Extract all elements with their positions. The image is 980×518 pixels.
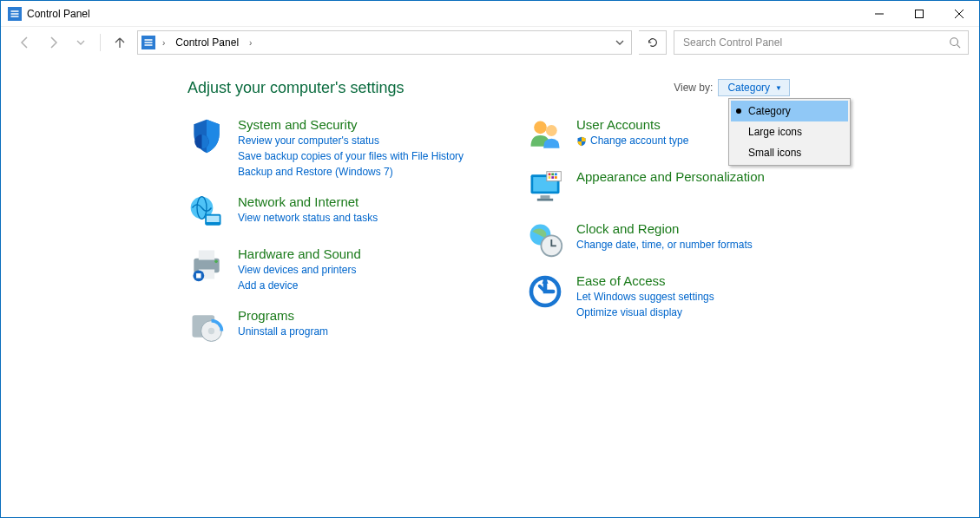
menu-item-label: Small icons	[748, 147, 801, 159]
link-uninstall-program[interactable]: Uninstall a program	[238, 324, 491, 339]
link-file-history[interactable]: Save backup copies of your files with Fi…	[238, 148, 491, 164]
users-icon	[526, 116, 564, 154]
separator	[100, 34, 101, 51]
category-title[interactable]: Programs	[238, 308, 491, 323]
svg-rect-2	[11, 13, 19, 15]
chevron-right-icon[interactable]: ›	[161, 38, 167, 48]
link-backup-restore[interactable]: Backup and Restore (Windows 7)	[238, 164, 491, 180]
monitor-appearance-icon	[526, 168, 564, 207]
minimize-button[interactable]	[859, 1, 899, 27]
view-by-selected: Category	[727, 82, 770, 94]
category-appearance-personalization: Appearance and Personalization	[526, 168, 830, 207]
back-button[interactable]	[15, 32, 36, 53]
svg-rect-3	[11, 16, 19, 17]
link-add-device[interactable]: Add a device	[238, 278, 491, 293]
caret-down-icon: ▼	[775, 84, 782, 92]
svg-rect-36	[555, 176, 557, 179]
bullet-icon	[736, 108, 741, 114]
category-ease-of-access: Ease of Access Let Windows suggest setti…	[526, 272, 830, 320]
category-title[interactable]: Clock and Region	[576, 221, 830, 236]
svg-rect-28	[541, 195, 550, 199]
view-by-menu: Category Large icons Small icons	[728, 98, 851, 166]
address-bar[interactable]: › Control Panel ›	[137, 30, 632, 55]
clock-globe-icon	[526, 220, 564, 259]
breadcrumb-control-panel[interactable]: Control Panel	[172, 35, 242, 50]
globe-network-icon	[187, 193, 226, 232]
view-option-small-icons[interactable]: Small icons	[731, 142, 848, 163]
page-heading: Adjust your computer's settings	[187, 79, 927, 97]
svg-rect-6	[145, 39, 153, 41]
printer-icon	[187, 246, 226, 284]
search-box[interactable]	[674, 30, 969, 55]
category-hardware-sound: Hardware and Sound View devices and prin…	[187, 246, 491, 293]
forward-button[interactable]	[43, 32, 63, 53]
view-option-large-icons[interactable]: Large icons	[731, 121, 848, 142]
uac-shield-icon	[576, 136, 587, 147]
link-change-date-time[interactable]: Change date, time, or number formats	[576, 237, 830, 252]
view-by-label: View by:	[674, 82, 713, 94]
address-history-dropdown[interactable]	[612, 38, 628, 47]
svg-rect-29	[537, 199, 553, 201]
programs-icon	[187, 307, 226, 345]
control-panel-icon	[141, 36, 155, 49]
view-by-control: View by: Category ▼	[674, 79, 790, 96]
svg-rect-32	[551, 174, 554, 176]
category-title[interactable]: Appearance and Personalization	[576, 169, 830, 184]
search-icon[interactable]	[949, 36, 961, 49]
svg-rect-14	[207, 216, 220, 222]
category-title[interactable]: Hardware and Sound	[238, 246, 491, 261]
navigation-bar: › Control Panel ›	[1, 27, 979, 58]
chevron-right-icon[interactable]: ›	[247, 38, 253, 48]
shield-icon	[187, 116, 226, 154]
svg-point-23	[208, 328, 214, 334]
svg-rect-33	[555, 174, 557, 176]
ease-of-access-icon	[526, 272, 564, 311]
close-button[interactable]	[939, 1, 979, 27]
svg-rect-20	[196, 273, 201, 279]
svg-rect-8	[145, 44, 153, 46]
svg-rect-4	[916, 10, 924, 17]
control-panel-icon	[8, 7, 22, 21]
category-network-internet: Network and Internet View network status…	[187, 193, 491, 232]
category-title[interactable]: System and Security	[238, 117, 491, 132]
svg-point-25	[546, 125, 557, 136]
svg-rect-16	[199, 251, 214, 260]
link-network-status[interactable]: View network status and tasks	[238, 210, 491, 226]
svg-point-18	[214, 260, 218, 264]
link-optimize-display[interactable]: Optimize visual display	[576, 305, 830, 320]
svg-point-24	[534, 121, 547, 134]
category-clock-region: Clock and Region Change date, time, or n…	[526, 220, 830, 259]
svg-rect-1	[11, 10, 19, 12]
menu-item-label: Category	[748, 105, 791, 117]
category-title[interactable]: Network and Internet	[238, 194, 491, 209]
content-area: Adjust your computer's settings View by:…	[1, 58, 979, 517]
category-title[interactable]: Ease of Access	[576, 273, 830, 288]
title-bar: Control Panel	[1, 1, 979, 27]
view-by-dropdown[interactable]: Category ▼	[718, 79, 790, 96]
maximize-button[interactable]	[899, 1, 939, 27]
svg-rect-7	[145, 42, 153, 43]
menu-item-label: Large icons	[748, 126, 802, 138]
category-programs: Programs Uninstall a program	[187, 307, 491, 345]
refresh-button[interactable]	[639, 30, 667, 55]
view-option-category[interactable]: Category	[731, 101, 848, 121]
search-input[interactable]	[681, 36, 944, 49]
recent-locations-dropdown[interactable]	[70, 32, 91, 53]
window-title: Control Panel	[27, 8, 90, 20]
svg-rect-34	[549, 176, 551, 179]
svg-rect-31	[549, 174, 551, 176]
svg-point-9	[950, 38, 958, 46]
category-system-security: System and Security Review your computer…	[187, 116, 491, 180]
link-review-status[interactable]: Review your computer's status	[238, 133, 491, 148]
link-devices-printers[interactable]: View devices and printers	[238, 262, 491, 278]
link-windows-suggest[interactable]: Let Windows suggest settings	[576, 289, 830, 305]
up-button[interactable]	[109, 32, 130, 53]
svg-rect-35	[551, 176, 554, 179]
